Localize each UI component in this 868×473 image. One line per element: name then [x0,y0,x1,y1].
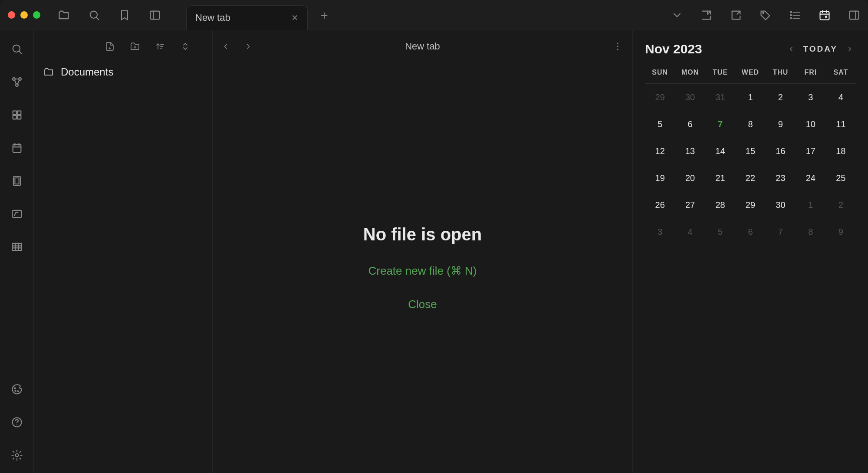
nav-back-icon[interactable] [221,42,230,51]
calendar-day-cell[interactable]: 29 [735,191,765,218]
svg-rect-20 [12,210,21,217]
calendar-day-cell[interactable]: 27 [675,191,705,218]
calendar-day-cell[interactable]: 7 [766,218,796,245]
list-icon[interactable] [789,9,801,21]
calendar-day-cell[interactable]: 1 [735,84,765,111]
window-minimize-button[interactable] [20,11,28,19]
create-file-link[interactable]: Create new file (⌘ N) [368,264,477,278]
folder-documents[interactable]: Documents [34,62,212,82]
right-panel-toggle-icon[interactable] [848,9,860,21]
templates-icon[interactable] [10,174,23,187]
calendar-day-cell[interactable]: 5 [705,218,735,245]
calendar-day-cell[interactable]: 15 [735,138,765,164]
calendar-day-cell[interactable]: 26 [645,191,675,218]
svg-rect-21 [12,243,21,250]
calendar-dow-cell: THU [766,69,796,76]
more-options-icon[interactable] [612,40,624,53]
new-folder-icon[interactable] [130,41,140,52]
quick-search-icon[interactable] [10,43,23,56]
calendar-day-cell[interactable]: 3 [796,84,825,111]
tab-label: New tab [195,12,230,23]
calendar-day-cell[interactable]: 31 [705,84,735,111]
calendar-prev-icon[interactable] [785,43,797,55]
calendar-day-cell[interactable]: 28 [705,191,735,218]
calendar-day-cell[interactable]: 20 [675,164,705,191]
export-icon[interactable] [730,9,742,21]
graph-view-icon[interactable] [10,76,23,89]
new-note-icon[interactable] [105,41,115,52]
svg-point-9 [13,45,20,52]
canvas-icon[interactable] [10,108,23,122]
new-tab-button[interactable]: ＋ [318,7,330,23]
calendar-header: Nov 2023 TODAY [645,42,856,56]
svg-rect-19 [15,178,19,184]
calendar-day-cell[interactable]: 29 [645,84,675,111]
calendar-day-cell[interactable]: 4 [826,84,856,111]
calendar-day-cell[interactable]: 9 [826,218,856,245]
calendar-day-cell[interactable]: 9 [766,111,796,138]
left-rail [0,30,34,473]
calendar-day-cell[interactable]: 22 [735,164,765,191]
calendar-day-cell[interactable]: 6 [675,111,705,138]
calendar-icon[interactable] [819,9,831,21]
calendar-day-cell[interactable]: 18 [826,138,856,164]
calendar-day-cell[interactable]: 30 [675,84,705,111]
collapse-icon[interactable] [180,41,191,52]
calendar-day-cell[interactable]: 11 [826,111,856,138]
tag-icon[interactable] [760,9,772,21]
calendar-day-cell[interactable]: 25 [826,164,856,191]
calendar-day-cell[interactable]: 24 [796,164,825,191]
calendar-day-cell[interactable]: 2 [826,191,856,218]
calendar-day-cell[interactable]: 30 [766,191,796,218]
nav-forward-icon[interactable] [244,42,253,51]
calendar-day-cell[interactable]: 8 [735,111,765,138]
calendar-next-icon[interactable] [844,43,856,55]
calendar-day-cell[interactable]: 10 [796,111,825,138]
window-close-button[interactable] [8,11,15,19]
bookmark-icon[interactable] [118,9,131,21]
tab-new-tab[interactable]: New tab ✕ [186,5,308,30]
calendar-days-grid: 2930311234567891011121314151617181920212… [645,84,856,245]
calendar-day-cell[interactable]: 3 [645,218,675,245]
svg-rect-16 [17,115,21,119]
tab-close-icon[interactable]: ✕ [291,13,299,23]
window-zoom-button[interactable] [33,11,40,19]
theme-icon[interactable] [10,383,23,396]
calendar-dow-cell: FRI [796,69,825,76]
calendar-day-cell[interactable]: 17 [796,138,825,164]
search-icon[interactable] [88,9,100,21]
calendar-dow-row: SUNMONTUEWEDTHUFRISAT [645,69,856,84]
calendar-day-cell[interactable]: 19 [645,164,675,191]
calendar-day-cell[interactable]: 4 [675,218,705,245]
close-link[interactable]: Close [408,298,437,311]
daily-note-icon[interactable] [10,141,23,154]
table-view-icon[interactable] [10,240,23,253]
calendar-day-cell[interactable]: 16 [766,138,796,164]
calendar-day-cell[interactable]: 14 [705,138,735,164]
svg-rect-15 [13,115,16,119]
calendar-day-cell[interactable]: 2 [766,84,796,111]
sort-icon[interactable] [155,41,165,52]
window-controls [8,11,40,19]
calendar-day-cell[interactable]: 8 [796,218,825,245]
calendar-day-cell[interactable]: 1 [796,191,825,218]
left-panel-toggle-icon[interactable] [149,9,161,21]
calendar-dow-cell: SUN [645,69,675,76]
calendar-today-button[interactable]: TODAY [803,44,838,54]
calendar-day-cell[interactable]: 5 [645,111,675,138]
command-palette-icon[interactable] [10,207,23,220]
open-vault-icon[interactable] [58,9,70,21]
import-icon[interactable] [700,9,713,21]
help-icon[interactable] [10,416,23,429]
svg-point-28 [617,43,618,44]
calendar-day-cell[interactable]: 12 [645,138,675,164]
calendar-day-cell[interactable]: 21 [705,164,735,191]
svg-point-5 [791,17,792,18]
calendar-day-cell[interactable]: 23 [766,164,796,191]
calendar-day-cell[interactable]: 6 [735,218,765,245]
calendar-day-cell[interactable]: 7 [705,111,735,138]
settings-icon[interactable] [10,449,23,462]
chevron-down-icon[interactable] [671,9,683,21]
calendar-day-cell[interactable]: 13 [675,138,705,164]
editor-header: New tab [213,30,632,62]
